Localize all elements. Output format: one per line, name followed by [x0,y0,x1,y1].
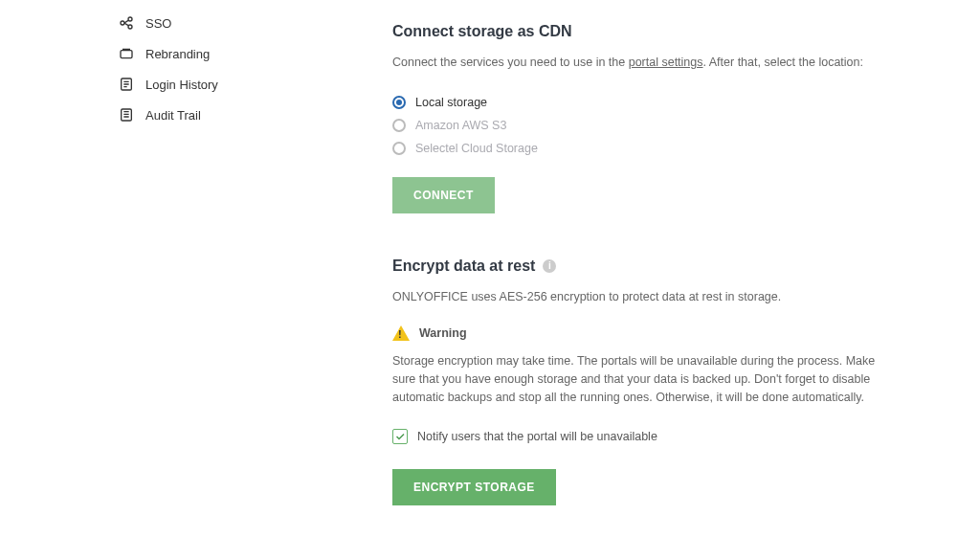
radio-label: Local storage [415,96,487,109]
svg-point-0 [121,21,124,25]
radio-icon [392,142,406,155]
login-history-icon [119,77,134,92]
svg-rect-3 [121,51,132,58]
radio-local-storage[interactable]: Local storage [392,91,942,114]
cdn-description: Connect the services you need to use in … [392,54,942,72]
radio-icon [392,119,406,132]
radio-amazon-s3[interactable]: Amazon AWS S3 [392,114,942,137]
radio-selectel[interactable]: Selectel Cloud Storage [392,137,942,160]
encrypt-title: Encrypt data at rest [392,258,535,275]
sidebar-item-label: SSO [145,16,171,31]
audit-trail-icon [119,107,134,123]
radio-icon [392,96,406,109]
checkbox-icon [392,429,408,444]
sidebar-item-label: Rebranding [145,47,210,61]
notify-checkbox-row[interactable]: Notify users that the portal will be una… [392,429,942,444]
rebranding-icon [119,46,134,61]
main-content: Connect storage as CDN Connect the servi… [364,0,980,560]
storage-radio-group: Local storage Amazon AWS S3 Selectel Clo… [392,91,942,160]
warning-label: Warning [419,326,467,340]
warning-text: Storage encryption may take time. The po… [392,352,890,408]
encrypt-section: Encrypt data at rest i ONLYOFFICE uses A… [392,258,942,505]
cdn-title: Connect storage as CDN [392,23,942,40]
warning-header: Warning [392,325,942,341]
warning-icon [392,325,410,341]
notify-checkbox-label: Notify users that the portal will be una… [417,430,657,443]
cdn-section: Connect storage as CDN Connect the servi… [392,23,942,213]
sidebar-item-audit-trail[interactable]: Audit Trail [119,100,364,130]
sidebar: SSO Rebranding Login History Audit Trail [0,0,364,560]
encrypt-storage-button[interactable]: Encrypt storage [392,469,556,505]
radio-label: Selectel Cloud Storage [415,142,538,155]
sidebar-item-label: Audit Trail [145,108,201,123]
svg-point-2 [128,25,132,29]
sso-icon [119,15,134,31]
encrypt-description: ONLYOFFICE uses AES-256 encryption to pr… [392,288,942,306]
sidebar-item-login-history[interactable]: Login History [119,69,364,100]
sidebar-item-rebranding[interactable]: Rebranding [119,38,364,69]
sidebar-item-sso[interactable]: SSO [119,8,364,38]
svg-point-1 [128,17,132,21]
info-icon[interactable]: i [543,259,556,273]
portal-settings-link[interactable]: portal settings [629,56,703,69]
connect-button[interactable]: Connect [392,177,495,213]
sidebar-item-label: Login History [145,78,218,92]
radio-label: Amazon AWS S3 [415,119,506,132]
